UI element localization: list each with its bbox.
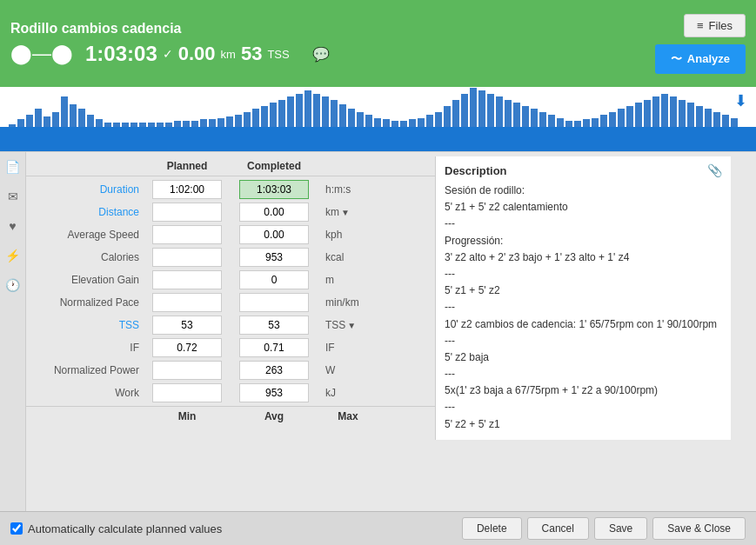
chart-bar [409,119,416,127]
sidebar-clock-icon[interactable]: 🕐 [2,275,23,296]
chart-bar [548,115,555,127]
chart-bar [452,100,459,127]
chart-bar [670,96,677,127]
chart-bar [531,109,538,127]
auto-calc-checkbox[interactable] [10,522,23,535]
planned-input-0[interactable] [152,180,222,199]
cancel-button[interactable]: Cancel [527,517,589,540]
sidebar-document-icon[interactable]: 📄 [2,156,23,177]
delete-button[interactable]: Delete [462,517,522,540]
stats-wrapper: Planned Completed Durationh:m:sDistancek… [26,152,756,440]
chart-bar [78,109,85,127]
chart-bar [244,112,251,127]
completed-input-6[interactable] [239,316,309,335]
header-tss: 53 [241,43,262,65]
planned-input-5[interactable] [152,293,222,312]
planned-input-9[interactable] [152,383,222,402]
completed-input-3[interactable] [239,248,309,267]
description-title: Description [445,164,507,177]
files-button[interactable]: ≡ Files [684,14,746,37]
stat-unit-cell-6: TSS ▼ [322,319,374,331]
completed-input-1[interactable] [239,203,309,222]
chart-bar [200,119,207,127]
stat-row: Durationh:m:s [26,178,435,201]
workout-title: Rodillo cambios cadencia [10,21,330,37]
chart-bar [70,104,77,127]
stat-row: Distancekm ▼ [26,201,435,223]
chart-bar [522,106,529,127]
save-button[interactable]: Save [594,517,647,540]
header-tss-label: TSS [267,48,289,61]
stat-rows-container: Durationh:m:sDistancekm ▼Average Speedkp… [26,178,435,404]
planned-input-7[interactable] [152,338,222,357]
chart-bar [713,112,720,127]
min-label: Min [148,410,226,422]
chart-bar [696,106,703,127]
stat-label-duration: Duration [26,183,148,196]
chat-icon[interactable]: 💬 [312,46,330,63]
planned-input-2[interactable] [152,225,222,244]
stats-header: Planned Completed [26,156,435,176]
planned-input-6[interactable] [152,316,222,335]
min-avg-max-spacer [26,410,148,422]
dropdown-arrow-6[interactable]: ▼ [347,321,356,330]
dropdown-arrow-1[interactable]: ▼ [341,208,350,217]
chart-bar [618,109,625,127]
max-label: Max [322,410,374,422]
chart-bar [731,118,738,127]
left-panel: Planned Completed Durationh:m:sDistancek… [26,156,435,440]
planned-input-1[interactable] [152,203,222,222]
analyze-button[interactable]: 〜 Analyze [655,44,746,74]
completed-input-5[interactable] [239,293,309,312]
stat-unit-cell-8: W [322,364,374,376]
chart-bar [270,103,277,127]
chart-bar [252,109,259,127]
completed-input-8[interactable] [239,361,309,380]
unit-header [322,160,374,172]
header-distance: 0.00 [178,43,216,65]
completed-input-2[interactable] [239,225,309,244]
analyze-label: Analyze [687,52,730,65]
chart-bar [600,115,607,127]
stat-label-normalized-pace: Normalized Pace [26,296,148,309]
sidebar-lightning-icon[interactable]: ⚡ [2,245,23,266]
stat-label-if: IF [26,342,148,354]
completed-input-7[interactable] [239,338,309,357]
sidebar: 📄 ✉ ♥ ⚡ 🕐 [0,152,26,511]
planned-input-4[interactable] [152,270,222,289]
stat-label-distance: Distance [26,206,148,218]
chart-bar [687,103,694,127]
completed-input-0[interactable] [239,180,309,199]
bike-icon: ⬤—⬤ [10,43,73,65]
stat-row: Normalized Pacemin/km [26,291,435,314]
stat-unit-cell-4: m [322,274,374,286]
chart-bar [261,106,268,127]
files-label: Files [709,19,733,32]
sidebar-mail-icon[interactable]: ✉ [4,186,22,207]
planned-input-8[interactable] [152,361,222,380]
clip-icon[interactable]: 📎 [707,163,722,177]
completed-input-4[interactable] [239,270,309,289]
download-icon[interactable]: ⬇ [734,91,747,110]
chart-bar [722,115,729,127]
chart-bar [296,94,303,127]
chart-bar [191,121,198,127]
chart-bar [96,119,103,127]
planned-header: Planned [148,160,226,172]
chart-bar [287,96,294,127]
chart-bar [435,112,442,127]
chart-bar [478,90,485,127]
sidebar-heart-icon[interactable]: ♥ [5,216,19,236]
completed-input-9[interactable] [239,383,309,402]
chart-bar [43,116,50,127]
chart-bar [35,109,42,127]
chart-bar [87,115,94,127]
avg-label: Avg [226,410,322,422]
stat-unit-cell-9: kJ [322,387,374,399]
stat-unit-cell-5: min/km [322,296,374,309]
save-close-button[interactable]: Save & Close [652,517,746,540]
chart-bar [226,116,233,127]
min-avg-max-row: Min Avg Max [26,406,435,426]
planned-input-3[interactable] [152,248,222,267]
bottom-buttons: Delete Cancel Save Save & Close [462,517,746,540]
